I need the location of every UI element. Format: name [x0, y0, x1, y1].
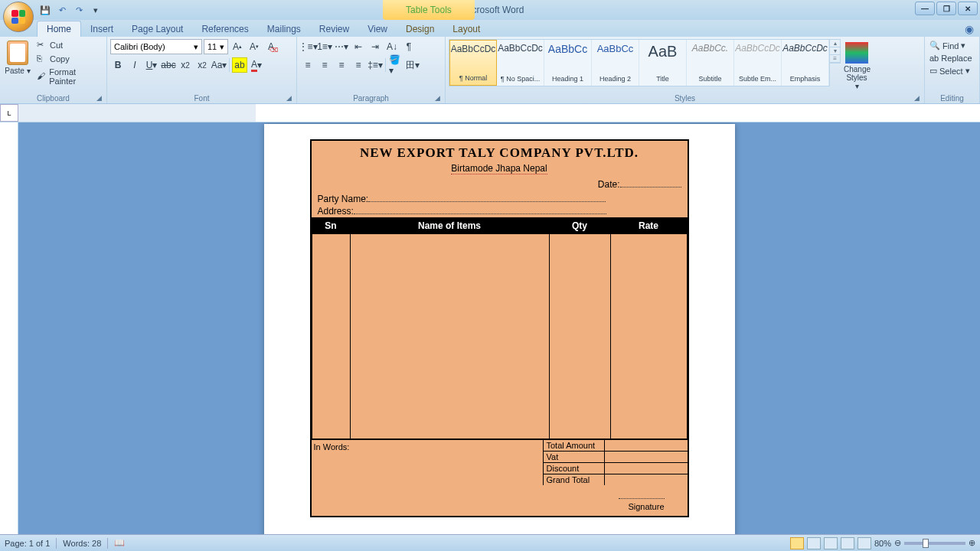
style-subtle-em[interactable]: AaBbCcDcSubtle Em...: [734, 40, 782, 86]
increase-indent-button[interactable]: ⇥: [368, 39, 383, 54]
strikethrough-button[interactable]: abc: [161, 57, 176, 73]
outline-view[interactable]: [841, 537, 854, 549]
change-styles-button[interactable]: Change Styles ▾: [841, 39, 873, 93]
paragraph-launcher-icon[interactable]: ◢: [435, 94, 443, 102]
draft-view[interactable]: [858, 537, 871, 549]
bill-table[interactable]: NEW EXPORT TALY COMPANY PVT.LTD. Birtamo…: [310, 139, 689, 517]
select-button[interactable]: ▭Select ▾: [928, 64, 976, 77]
grow-font-icon[interactable]: A▴: [230, 39, 245, 54]
copy-button[interactable]: ⎘Copy: [35, 53, 103, 65]
style-heading2[interactable]: AaBbCcHeading 2: [592, 40, 639, 86]
numbering-button[interactable]: 1≡▾: [317, 39, 332, 54]
scroll-more-icon[interactable]: ≡: [830, 55, 840, 63]
align-center-button[interactable]: ≡: [317, 57, 332, 73]
horizontal-ruler[interactable]: [256, 104, 980, 122]
qat-customize-icon[interactable]: ▾: [89, 3, 103, 17]
discount-field[interactable]: [605, 463, 688, 474]
minimize-button[interactable]: —: [915, 2, 935, 15]
style-no-spacing[interactable]: AaBbCcDc¶ No Spaci...: [497, 40, 544, 86]
tab-references[interactable]: References: [192, 21, 257, 37]
zoom-thumb[interactable]: [923, 539, 929, 548]
line-spacing-button[interactable]: ‡≡▾: [368, 57, 383, 73]
format-painter-button[interactable]: 🖌Format Painter: [35, 67, 103, 86]
decrease-indent-button[interactable]: ⇤: [351, 39, 366, 54]
clipboard-launcher-icon[interactable]: ◢: [96, 94, 104, 102]
style-emphasis[interactable]: AaBbCcDcEmphasis: [782, 40, 829, 86]
tab-selector[interactable]: L: [0, 104, 18, 122]
undo-icon[interactable]: ↶: [55, 3, 69, 17]
multilevel-button[interactable]: ⋯▾: [334, 39, 349, 54]
tab-design[interactable]: Design: [397, 21, 443, 37]
restore-button[interactable]: ❐: [936, 2, 956, 15]
zoom-out-button[interactable]: ⊖: [894, 538, 901, 548]
font-launcher-icon[interactable]: ◢: [286, 94, 294, 102]
style-scroll[interactable]: ▴▾≡: [830, 39, 841, 64]
align-right-button[interactable]: ≡: [334, 57, 349, 73]
styles-launcher-icon[interactable]: ◢: [914, 94, 922, 102]
replace-button[interactable]: abReplace: [928, 52, 976, 64]
zoom-slider[interactable]: [904, 542, 965, 545]
address-field[interactable]: [354, 214, 606, 214]
shading-button[interactable]: 🪣▾: [388, 57, 403, 73]
subscript-button[interactable]: x2: [178, 57, 193, 73]
full-screen-view[interactable]: [807, 537, 821, 549]
paste-button[interactable]: Paste ▾: [3, 39, 32, 93]
underline-button[interactable]: U▾: [144, 57, 159, 73]
office-button[interactable]: [3, 2, 34, 32]
redo-icon[interactable]: ↷: [72, 3, 86, 17]
align-left-button[interactable]: ≡: [300, 57, 315, 73]
tab-mailings[interactable]: Mailings: [258, 21, 310, 37]
bold-button[interactable]: B: [110, 57, 126, 73]
vat-field[interactable]: [605, 452, 688, 462]
sort-button[interactable]: A↓: [384, 39, 400, 54]
total-field[interactable]: [605, 440, 688, 451]
grand-field[interactable]: [605, 474, 688, 485]
tab-layout[interactable]: Layout: [443, 21, 489, 37]
font-color-button[interactable]: A▾: [249, 57, 264, 73]
change-case-button[interactable]: Aa▾: [211, 57, 227, 73]
bullets-button[interactable]: ⋮≡▾: [300, 39, 315, 54]
show-marks-button[interactable]: ¶: [401, 39, 416, 54]
cut-button[interactable]: ✂Cut: [35, 39, 103, 51]
close-button[interactable]: ✕: [958, 2, 978, 15]
items-table[interactable]: Sn Name of Items Qty Rate: [312, 217, 688, 439]
tab-view[interactable]: View: [358, 21, 397, 37]
tab-page-layout[interactable]: Page Layout: [122, 21, 192, 37]
find-button[interactable]: 🔍Find ▾: [928, 39, 976, 52]
italic-button[interactable]: I: [127, 57, 142, 73]
font-name-select[interactable]: Calibri (Body)▾: [110, 39, 202, 54]
cell[interactable]: [549, 234, 610, 439]
in-words-label[interactable]: In Words:: [312, 440, 544, 485]
save-icon[interactable]: 💾: [38, 3, 52, 17]
cell[interactable]: [312, 234, 350, 439]
date-field[interactable]: [620, 187, 681, 187]
style-heading1[interactable]: AaBbCcHeading 1: [544, 40, 592, 86]
highlight-button[interactable]: ab: [232, 57, 247, 73]
web-layout-view[interactable]: [824, 537, 838, 549]
zoom-in-button[interactable]: ⊕: [969, 538, 975, 548]
page[interactable]: NEW EXPORT TALY COMPANY PVT.LTD. Birtamo…: [264, 124, 735, 546]
scroll-up-icon[interactable]: ▴: [830, 40, 840, 47]
tab-review[interactable]: Review: [310, 21, 358, 37]
zoom-level[interactable]: 80%: [874, 539, 891, 548]
font-size-select[interactable]: 11▾: [204, 39, 228, 54]
shrink-font-icon[interactable]: A▾: [247, 39, 262, 54]
style-normal[interactable]: AaBbCcDc¶ Normal: [449, 40, 497, 86]
justify-button[interactable]: ≡: [351, 57, 366, 73]
vertical-ruler[interactable]: [0, 122, 18, 546]
style-title[interactable]: AaBTitle: [639, 40, 687, 86]
tab-home[interactable]: Home: [37, 21, 81, 37]
print-layout-view[interactable]: [790, 537, 804, 549]
page-status[interactable]: Page: 1 of 1: [5, 539, 50, 548]
scroll-down-icon[interactable]: ▾: [830, 47, 840, 55]
clear-format-icon[interactable]: A⌫: [263, 39, 279, 54]
help-icon[interactable]: ◉: [965, 23, 974, 35]
cell[interactable]: [610, 234, 687, 439]
proofing-icon[interactable]: 📖: [114, 538, 125, 548]
style-subtitle[interactable]: AaBbCc.Subtitle: [687, 40, 734, 86]
party-field[interactable]: [368, 201, 606, 202]
borders-button[interactable]: 田▾: [405, 57, 420, 73]
word-count[interactable]: Words: 28: [63, 539, 101, 548]
superscript-button[interactable]: x2: [194, 57, 210, 73]
tab-insert[interactable]: Insert: [81, 21, 122, 37]
